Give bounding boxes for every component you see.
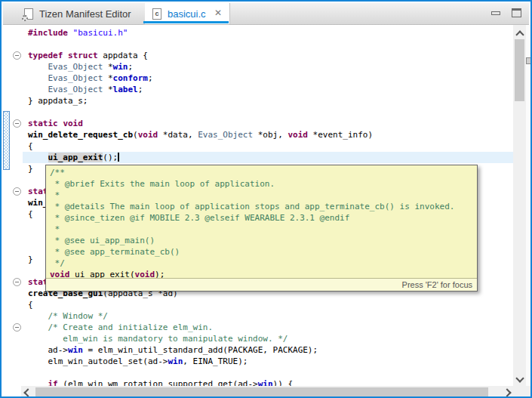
- code-line[interactable]: win_delete_request_cb(void *data, Evas_O…: [3, 129, 513, 140]
- code-line[interactable]: /* Window */: [3, 310, 513, 322]
- code-line[interactable]: Evas_Object *label;: [3, 84, 513, 95]
- tooltip-line: */: [46, 258, 477, 269]
- editor-tab-bar: Tizen Manifest Editor c basicui.c ✕: [3, 3, 529, 25]
- tooltip-focus-hint: Press 'F2' for focus: [46, 278, 477, 291]
- tooltip-line: *: [46, 190, 477, 201]
- tooltip-line: * @see app_terminate_cb(): [46, 246, 477, 258]
- vertical-scrollbar-thumb[interactable]: [515, 39, 524, 101]
- overview-ruler[interactable]: [526, 25, 532, 386]
- active-tab-underline: [143, 21, 229, 23]
- occurrence-marker[interactable]: [526, 57, 532, 64]
- gear-icon: [22, 15, 28, 21]
- fold-collapse-icon[interactable]: [13, 119, 21, 128]
- code-line[interactable]: elm_win_autodel_set(ad->win, EINA_TRUE);: [3, 356, 513, 367]
- tooltip-line: void ui_app_exit(void);: [46, 269, 477, 278]
- code-line[interactable]: ad->win = elm_win_util_standard_add(PACK…: [3, 344, 513, 356]
- doc-hover-tooltip: /** * @brief Exits the main loop of appl…: [45, 165, 478, 292]
- code-line[interactable]: elm_win is mandatory to manipulate windo…: [3, 333, 513, 344]
- horizontal-scrollbar-thumb[interactable]: [35, 387, 488, 396]
- code-line[interactable]: [3, 106, 513, 118]
- tooltip-line: * @details The main loop of application …: [46, 201, 477, 212]
- code-line[interactable]: #include "basicui.h": [3, 27, 513, 39]
- manifest-file-gear-icon: [24, 8, 33, 20]
- tooltip-line: *: [46, 224, 477, 235]
- vertical-scrollbar[interactable]: [513, 25, 526, 386]
- tooltip-line: * @brief Exits the main loop of applicat…: [46, 178, 477, 190]
- fold-collapse-icon[interactable]: [13, 187, 21, 196]
- code-line[interactable]: Evas_Object *conform;: [3, 73, 513, 84]
- code-line[interactable]: {: [3, 299, 513, 310]
- tooltip-line: * @see ui_app_main(): [46, 235, 477, 246]
- code-line[interactable]: {: [3, 140, 513, 152]
- code-line[interactable]: static void: [3, 118, 513, 129]
- c-source-file-icon: c: [152, 8, 161, 20]
- minimize-icon[interactable]: [491, 11, 500, 15]
- fold-collapse-icon[interactable]: [13, 323, 21, 332]
- fold-collapse-icon[interactable]: [13, 278, 21, 286]
- code-line[interactable]: [3, 39, 513, 50]
- code-line[interactable]: if (elm_win_wm_rotation_supported_get(ad…: [3, 378, 513, 386]
- scrollbar-corner: [513, 386, 532, 398]
- close-icon[interactable]: ✕: [214, 8, 222, 18]
- maximize-icon[interactable]: [512, 8, 521, 17]
- code-line[interactable]: ui_app_exit();: [3, 152, 513, 163]
- horizontal-scrollbar[interactable]: [3, 386, 513, 398]
- code-line[interactable]: /* Create and initialize elm_win.: [3, 322, 513, 333]
- tab-label: Tizen Manifest Editor: [39, 8, 131, 20]
- tooltip-line: /**: [46, 167, 477, 178]
- tab-label: basicui.c: [168, 8, 206, 20]
- tooltip-line: * @since_tizen @if MOBILE 2.3 @elseif WE…: [46, 212, 477, 224]
- code-line[interactable]: Evas_Object *win;: [3, 61, 513, 73]
- code-line[interactable]: [3, 367, 513, 378]
- tab-tizen-manifest-editor[interactable]: Tizen Manifest Editor: [3, 3, 146, 24]
- code-editor[interactable]: #include "basicui.h"typedef struct appda…: [3, 25, 513, 386]
- fold-collapse-icon[interactable]: [13, 51, 21, 60]
- code-line[interactable]: typedef struct appdata {: [3, 50, 513, 61]
- code-line[interactable]: } appdata_s;: [3, 95, 513, 106]
- ide-window: Tizen Manifest Editor c basicui.c ✕ #inc…: [0, 0, 532, 398]
- text-caret: [118, 153, 119, 162]
